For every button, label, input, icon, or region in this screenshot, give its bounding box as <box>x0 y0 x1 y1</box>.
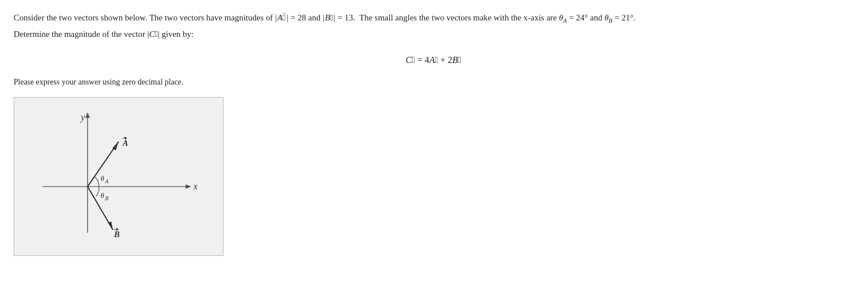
y-label: y <box>79 112 85 122</box>
formula-plus: + 2 <box>440 55 452 65</box>
problem-container: Consider the two vectors shown below. Th… <box>14 10 853 260</box>
x-label: x <box>193 182 197 191</box>
express-instruction: Please express your answer using zero de… <box>14 75 853 89</box>
x-axis-arrow <box>186 184 191 189</box>
intro-text: Consider the two vectors shown below. Th… <box>14 13 277 22</box>
vec-B-symbol: B⃗ <box>325 10 334 26</box>
arc-theta-A <box>95 177 99 187</box>
determine-end: | given by: <box>158 30 193 39</box>
theta-B-label: θ <box>100 192 104 200</box>
theta-A-label: θ <box>100 175 104 183</box>
vec-A-symbol: A⃗→ <box>277 10 286 26</box>
express-text: Please express your answer using zero de… <box>14 78 183 86</box>
determine-text: Determine the magnitude of the vector | <box>14 30 149 39</box>
problem-line1: Consider the two vectors shown below. Th… <box>14 10 853 27</box>
formula-display: C⃗ = 4A⃗ + 2B⃗ <box>14 52 853 68</box>
vec-A-diagram-label: A <box>122 138 128 148</box>
formula-C: C⃗ <box>406 55 415 65</box>
formula-vecA: A⃗ <box>429 55 439 65</box>
formula-equals: = 4 <box>418 55 429 65</box>
equals-28: = 28 and | <box>289 13 325 22</box>
vec-C-symbol: C⃗ <box>149 30 158 39</box>
y-axis-arrow <box>85 112 90 118</box>
diagram-box: y x A B θ A θ B <box>14 97 224 256</box>
theta-B-sub: B <box>105 195 108 201</box>
vec-B-diagram-label: B <box>113 230 120 239</box>
problem-line2: Determine the magnitude of the vector |C… <box>14 27 853 42</box>
theta-A-sub: A <box>104 178 109 184</box>
diagram-svg: y x A B θ A θ B <box>14 98 223 255</box>
arc-theta-B <box>96 187 99 196</box>
mag-b-eq: | = 13. The small angles the two vectors… <box>334 13 635 22</box>
vector-B-arrow <box>108 221 113 230</box>
formula-vecB: B⃗ <box>452 55 461 65</box>
